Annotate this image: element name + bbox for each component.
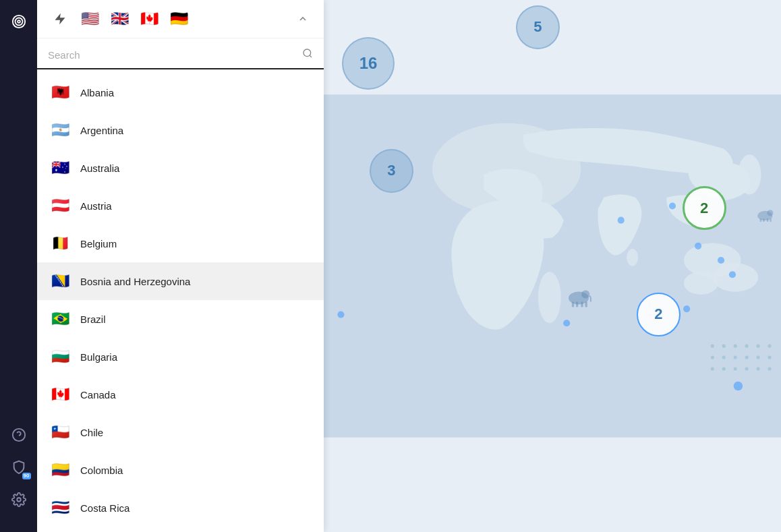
country-flag: 🇨🇦 xyxy=(48,382,72,407)
country-item[interactable]: 🇨🇱Chile xyxy=(37,413,324,451)
svg-point-2 xyxy=(18,20,20,23)
country-name: Bosnia and Herzegovina xyxy=(80,276,190,287)
svg-rect-30 xyxy=(581,301,583,307)
country-flag: 🇦🇹 xyxy=(48,194,72,218)
svg-point-17 xyxy=(618,217,625,224)
country-item[interactable]: 🇦🇱Albania xyxy=(37,73,324,111)
country-name: Argentina xyxy=(80,125,123,136)
sidebar: 90 xyxy=(0,0,37,532)
svg-rect-31 xyxy=(585,301,587,307)
svg-point-51 xyxy=(757,345,760,348)
svg-point-41 xyxy=(734,345,737,348)
country-item[interactable]: 🇨🇴Colombia xyxy=(37,451,324,489)
svg-point-15 xyxy=(538,272,561,323)
svg-point-13 xyxy=(684,272,718,295)
svg-point-55 xyxy=(757,367,760,371)
country-name: Albania xyxy=(80,87,114,98)
country-flag: 🇧🇷 xyxy=(48,307,72,331)
svg-point-22 xyxy=(683,305,690,312)
svg-point-44 xyxy=(722,356,726,359)
country-item[interactable]: 🇦🇹Austria xyxy=(37,187,324,225)
svg-point-20 xyxy=(718,257,724,264)
settings-icon[interactable] xyxy=(5,486,32,513)
country-item[interactable]: 🇦🇺Australia xyxy=(37,149,324,187)
cluster-16[interactable]: 16 xyxy=(342,37,395,90)
uk-flag[interactable]: 🇬🇧 xyxy=(107,7,132,31)
svg-rect-37 xyxy=(767,218,769,222)
country-flag: 🇦🇱 xyxy=(48,80,72,105)
country-flag: 🇨🇱 xyxy=(48,420,72,444)
help-icon[interactable] xyxy=(5,421,32,448)
svg-rect-35 xyxy=(760,218,762,222)
country-flag: 🇧🇪 xyxy=(48,231,72,256)
search-container xyxy=(37,38,324,69)
svg-point-21 xyxy=(729,271,736,278)
country-name: Bulgaria xyxy=(80,351,117,363)
svg-point-53 xyxy=(757,356,760,359)
country-item[interactable]: 🇦🇷Argentina xyxy=(37,111,324,149)
bolt-icon[interactable] xyxy=(48,7,72,31)
target-icon[interactable] xyxy=(5,8,32,35)
cluster-2-blue[interactable]: 2 xyxy=(637,293,681,336)
country-item[interactable]: 🇨🇷Costa Rica xyxy=(37,489,324,527)
svg-point-43 xyxy=(711,356,714,359)
country-flag: 🇨🇷 xyxy=(48,496,72,520)
svg-point-40 xyxy=(722,345,726,348)
country-name: Belgium xyxy=(80,238,117,249)
country-item[interactable]: 🇧🇬Bulgaria xyxy=(37,338,324,376)
svg-marker-6 xyxy=(55,13,65,25)
country-item[interactable]: 🇧🇪Belgium xyxy=(37,225,324,262)
svg-line-8 xyxy=(310,55,312,57)
svg-point-16 xyxy=(627,249,638,266)
svg-rect-28 xyxy=(572,301,574,307)
svg-rect-38 xyxy=(770,218,772,222)
country-name: Canada xyxy=(80,389,116,401)
svg-point-45 xyxy=(734,356,737,359)
panel: 🇺🇸 🇬🇧 🇨🇦 🇩🇪 🇦🇱Albania🇦🇷Argentina🇦🇺Austra… xyxy=(37,0,324,532)
svg-rect-36 xyxy=(763,218,765,222)
sidebar-bottom: 90 xyxy=(5,421,32,524)
shield-icon[interactable]: 90 xyxy=(5,454,32,481)
country-flag: 🇦🇺 xyxy=(48,156,72,180)
svg-point-7 xyxy=(303,49,311,57)
flags-bar: 🇺🇸 🇬🇧 🇨🇦 🇩🇪 xyxy=(37,0,324,38)
ca-flag[interactable]: 🇨🇦 xyxy=(137,7,161,31)
country-name: Brazil xyxy=(80,314,106,325)
map-area: 5 16 3 2 2 xyxy=(324,0,781,532)
svg-rect-29 xyxy=(576,301,578,307)
cluster-5[interactable]: 5 xyxy=(516,5,560,49)
country-item[interactable]: 🇧🇦Bosnia and Herzegovina xyxy=(37,262,324,300)
country-name: Australia xyxy=(80,162,119,174)
collapse-button[interactable] xyxy=(293,9,313,29)
cluster-3[interactable]: 3 xyxy=(370,149,413,193)
country-list: 🇦🇱Albania🇦🇷Argentina🇦🇺Australia🇦🇹Austria… xyxy=(37,69,324,532)
country-flag: 🇧🇬 xyxy=(48,345,72,369)
svg-point-14 xyxy=(738,154,761,194)
svg-point-54 xyxy=(768,356,772,359)
svg-point-34 xyxy=(767,210,773,216)
svg-point-50 xyxy=(745,367,749,371)
country-name: Chile xyxy=(80,427,103,438)
svg-point-39 xyxy=(711,345,714,348)
svg-point-19 xyxy=(695,243,701,249)
country-flag: 🇦🇷 xyxy=(48,118,72,142)
svg-point-48 xyxy=(722,367,726,371)
svg-point-42 xyxy=(745,345,749,348)
svg-point-24 xyxy=(734,382,743,391)
svg-point-56 xyxy=(768,367,772,371)
search-icon xyxy=(302,48,313,61)
svg-point-47 xyxy=(711,367,714,371)
svg-point-23 xyxy=(337,311,344,318)
svg-point-46 xyxy=(745,356,749,359)
svg-point-27 xyxy=(581,290,589,298)
us-flag[interactable]: 🇺🇸 xyxy=(78,7,102,31)
world-map xyxy=(324,0,781,532)
cluster-2-green[interactable]: 2 xyxy=(683,186,726,230)
country-item[interactable]: 🇧🇷Brazil xyxy=(37,300,324,338)
svg-point-1 xyxy=(15,18,22,26)
search-input[interactable] xyxy=(48,49,297,61)
svg-point-25 xyxy=(563,320,570,326)
de-flag[interactable]: 🇩🇪 xyxy=(167,7,191,31)
country-name: Austria xyxy=(80,200,112,212)
country-item[interactable]: 🇨🇦Canada xyxy=(37,376,324,413)
